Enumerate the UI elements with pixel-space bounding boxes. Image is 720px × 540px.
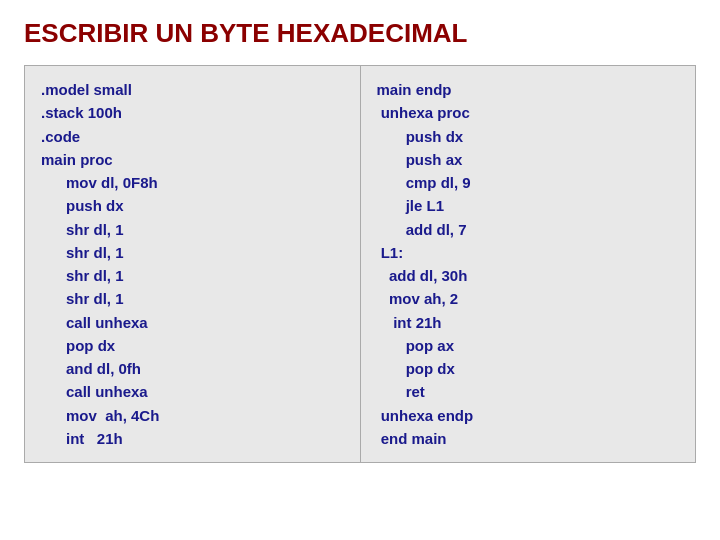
- code-line: shr dl, 1: [41, 287, 344, 310]
- code-line: add dl, 7: [377, 218, 680, 241]
- code-line: mov ah, 2: [377, 287, 680, 310]
- page-title: ESCRIBIR UN BYTE HEXADECIMAL: [24, 18, 696, 49]
- code-line: jle L1: [377, 194, 680, 217]
- code-line: L1:: [377, 241, 680, 264]
- code-line: shr dl, 1: [41, 241, 344, 264]
- code-line: shr dl, 1: [41, 218, 344, 241]
- code-line: shr dl, 1: [41, 264, 344, 287]
- code-line: main endp: [377, 78, 680, 101]
- code-line: int 21h: [377, 311, 680, 334]
- code-line: ret: [377, 380, 680, 403]
- code-line: cmp dl, 9: [377, 171, 680, 194]
- code-line: .model small: [41, 78, 344, 101]
- code-line: pop dx: [377, 357, 680, 380]
- left-panel: .model small.stack 100h.codemain proc mo…: [25, 66, 361, 462]
- code-line: .code: [41, 125, 344, 148]
- content-area: .model small.stack 100h.codemain proc mo…: [24, 65, 696, 463]
- code-line: unhexa proc: [377, 101, 680, 124]
- code-line: end main: [377, 427, 680, 450]
- code-line: mov ah, 4Ch: [41, 404, 344, 427]
- code-line: pop ax: [377, 334, 680, 357]
- code-line: unhexa endp: [377, 404, 680, 427]
- code-line: push dx: [41, 194, 344, 217]
- code-line: call unhexa: [41, 311, 344, 334]
- code-line: int 21h: [41, 427, 344, 450]
- page: ESCRIBIR UN BYTE HEXADECIMAL .model smal…: [0, 0, 720, 540]
- code-line: call unhexa: [41, 380, 344, 403]
- code-line: push ax: [377, 148, 680, 171]
- code-line: push dx: [377, 125, 680, 148]
- code-line: add dl, 30h: [377, 264, 680, 287]
- code-line: pop dx: [41, 334, 344, 357]
- code-line: main proc: [41, 148, 344, 171]
- code-line: and dl, 0fh: [41, 357, 344, 380]
- code-line: .stack 100h: [41, 101, 344, 124]
- code-line: mov dl, 0F8h: [41, 171, 344, 194]
- right-panel: main endp unhexa proc push dx push ax cm…: [361, 66, 696, 462]
